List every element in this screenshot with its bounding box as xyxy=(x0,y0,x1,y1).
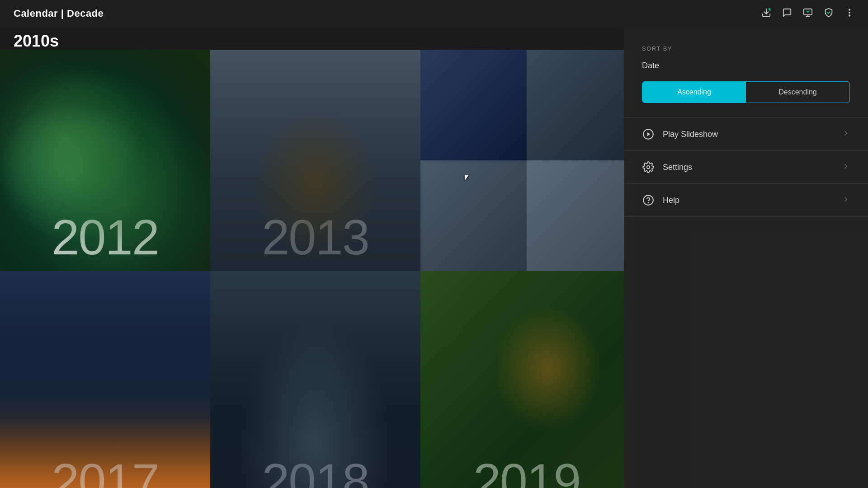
year-2013: 2013 xyxy=(262,212,369,262)
header: Calendar | Decade xyxy=(0,0,868,27)
help-label: Help xyxy=(663,196,842,205)
year-2018: 2018 xyxy=(262,456,369,488)
svg-point-6 xyxy=(849,12,850,13)
right-panel: SORT BY Date Ascending Descending Play S… xyxy=(624,27,868,488)
svg-point-7 xyxy=(849,15,850,16)
sort-by-label: SORT BY xyxy=(624,45,868,52)
grid-cell-top-right-2[interactable] xyxy=(527,50,633,160)
settings-item[interactable]: Settings xyxy=(624,151,868,184)
grid-cell-small-mid-2[interactable] xyxy=(527,160,633,271)
grid-cell-2012[interactable]: 2012 xyxy=(0,50,210,271)
settings-icon xyxy=(642,161,655,174)
grid-cell-small-mid-1[interactable] xyxy=(420,160,527,271)
ascending-button[interactable]: Ascending xyxy=(642,82,746,103)
play-slideshow-label: Play Slideshow xyxy=(663,130,842,139)
grid-cell-2018[interactable]: 2018 xyxy=(210,271,420,488)
year-2017: 2017 xyxy=(52,456,159,488)
descending-button[interactable]: Descending xyxy=(746,82,849,103)
play-icon xyxy=(642,128,655,141)
play-slideshow-chevron xyxy=(842,129,850,140)
play-slideshow-item[interactable]: Play Slideshow xyxy=(624,118,868,151)
help-chevron xyxy=(842,195,850,206)
settings-label: Settings xyxy=(663,163,842,172)
grid-cell-2013[interactable]: 2013 xyxy=(210,50,420,271)
sort-toggle: Ascending Descending xyxy=(642,81,850,103)
header-icons xyxy=(761,8,854,20)
help-item[interactable]: Help xyxy=(624,184,868,217)
grid-cell-2019[interactable]: 2019 xyxy=(420,271,633,488)
message-icon[interactable] xyxy=(782,8,792,20)
grid-cell-top-right-1[interactable] xyxy=(420,50,527,160)
svg-point-11 xyxy=(643,195,653,205)
monitor-icon[interactable] xyxy=(803,8,813,20)
header-title: Calendar | Decade xyxy=(14,8,104,19)
year-2019: 2019 xyxy=(473,456,580,488)
svg-point-10 xyxy=(647,166,650,169)
date-label: Date xyxy=(624,61,868,70)
svg-marker-9 xyxy=(647,132,651,136)
more-icon[interactable] xyxy=(844,8,854,20)
grid-cell-2017[interactable]: 2017 xyxy=(0,271,210,488)
settings-chevron xyxy=(842,162,850,173)
shield-icon[interactable] xyxy=(824,8,834,20)
decade-label: 2010s xyxy=(14,32,59,51)
help-icon xyxy=(642,194,655,206)
download-icon[interactable] xyxy=(761,8,771,20)
svg-point-5 xyxy=(849,9,850,10)
year-2012: 2012 xyxy=(52,212,159,262)
